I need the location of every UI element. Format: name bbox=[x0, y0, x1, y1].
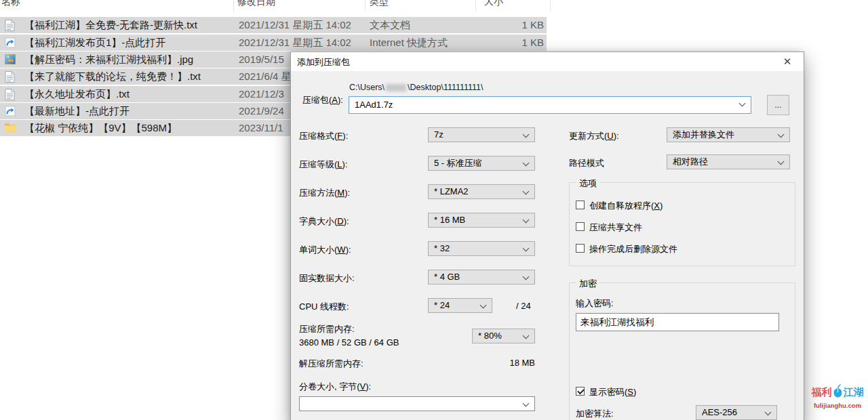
cpu-threads-label: CPU 线程数: bbox=[299, 301, 349, 313]
word-size-combobox[interactable]: * 32 bbox=[428, 241, 535, 256]
format-label: 压缩格式(F): bbox=[299, 130, 348, 142]
close-icon[interactable]: ✕ bbox=[780, 55, 795, 68]
file-type: Internet 快捷方式 bbox=[370, 37, 448, 49]
create-sfx-label[interactable]: 创建自释放程序(X) bbox=[589, 200, 663, 212]
encryption-method-combobox[interactable]: AES-256 bbox=[696, 405, 777, 420]
file-name: 【花椒 宁依纯】【9V】【598M】 bbox=[24, 122, 177, 135]
cpu-threads-max: / 24 bbox=[516, 301, 531, 311]
column-separator[interactable] bbox=[550, 0, 551, 12]
file-date: 2021/6/4 星 bbox=[239, 70, 292, 83]
file-size: 1 KB bbox=[437, 19, 544, 30]
solid-block-combobox[interactable]: * 4 GB bbox=[428, 270, 535, 285]
file-name: 【永久地址发布页】.txt bbox=[24, 88, 130, 101]
path-mode-combobox[interactable]: 相对路径 bbox=[667, 154, 790, 169]
file-name: 【福利江湖】全免费-无套路-更新快.txt bbox=[24, 19, 197, 32]
password-input[interactable]: 来福利江湖找福利 bbox=[576, 313, 779, 331]
update-mode-combobox[interactable]: 添加并替换文件 bbox=[667, 127, 790, 142]
file-date: 2023/11/1 bbox=[239, 122, 283, 133]
memory-usage-combobox[interactable]: * 80% bbox=[472, 329, 535, 343]
logo-text-blue: 江湖 bbox=[844, 386, 864, 399]
logo-url: fulijianghu.com bbox=[807, 402, 868, 409]
dictionary-combobox[interactable]: * 16 MB bbox=[428, 213, 535, 228]
delete-after-label[interactable]: 操作完成后删除源文件 bbox=[589, 243, 677, 255]
column-separator[interactable] bbox=[475, 0, 476, 12]
volume-size-combobox[interactable] bbox=[299, 396, 535, 411]
file-size: 1 KB bbox=[437, 37, 544, 48]
list-header: 名称 修改日期 类型 大小 bbox=[0, 0, 563, 12]
file-type: 文本文档 bbox=[370, 19, 410, 32]
memory-usage-label: 压缩所需内存: bbox=[299, 323, 355, 335]
create-sfx-checkbox[interactable] bbox=[576, 201, 585, 209]
format-combobox[interactable]: 7z bbox=[428, 127, 535, 142]
update-mode-label: 更新方式(U): bbox=[569, 130, 619, 142]
password-label: 输入密码: bbox=[576, 297, 614, 310]
level-label: 压缩等级(L): bbox=[299, 159, 348, 171]
archive-name-combobox[interactable]: 1AAd1.7z bbox=[349, 96, 751, 114]
decompress-memory-value: 18 MB bbox=[428, 358, 535, 368]
file-date: 2021/12/3 bbox=[239, 88, 284, 100]
internet-shortcut-icon bbox=[5, 37, 16, 49]
add-to-archive-dialog: 添加到压缩包 ✕ 压缩包(A): C:\Users\\Desktop\11111… bbox=[290, 51, 804, 420]
cpu-threads-combobox[interactable]: * 24 bbox=[428, 298, 492, 313]
text-file-icon bbox=[5, 89, 16, 100]
show-password-checkbox[interactable] bbox=[576, 387, 585, 396]
encryption-method-label: 加密算法: bbox=[576, 408, 614, 420]
text-file-icon bbox=[5, 71, 16, 83]
show-password-label[interactable]: 显示密码(S) bbox=[589, 386, 636, 398]
column-header-size[interactable]: 大小 bbox=[484, 0, 503, 8]
file-row[interactable]: 【福利江湖发布页1】-点此打开 2021/12/31 星期五 14:02 Int… bbox=[0, 35, 547, 51]
method-label: 压缩方法(M): bbox=[299, 187, 350, 199]
column-header-name[interactable]: 名称 bbox=[1, 0, 20, 8]
delete-after-checkbox[interactable] bbox=[576, 244, 585, 253]
compress-shared-label[interactable]: 压缩共享文件 bbox=[589, 222, 642, 234]
encryption-group-title: 加密 bbox=[576, 278, 599, 290]
redacted-username bbox=[386, 84, 406, 91]
file-date: 2021/12/31 星期五 14:02 bbox=[239, 37, 351, 49]
options-group-title: 选项 bbox=[576, 177, 599, 190]
internet-shortcut-icon bbox=[5, 106, 16, 117]
watermark-logo: 福利 江湖 fulijianghu.com bbox=[807, 379, 868, 420]
image-file-icon bbox=[5, 54, 16, 66]
solid-block-label: 固实数据大小: bbox=[299, 272, 355, 285]
mouse-icon bbox=[833, 383, 843, 402]
column-separator[interactable] bbox=[365, 0, 366, 12]
archive-label: 压缩包(A): bbox=[302, 94, 343, 106]
text-file-icon bbox=[5, 20, 16, 31]
file-name: 【来了就能下载的论坛，纯免费！】.txt bbox=[24, 70, 201, 83]
file-name: 【最新地址】-点此打开 bbox=[24, 105, 130, 118]
dictionary-label: 字典大小(D): bbox=[299, 215, 349, 228]
file-date: 2021/9/24 bbox=[239, 105, 284, 117]
file-name: 【解压密码：来福利江湖找福利】.jpg bbox=[24, 54, 193, 66]
file-row[interactable]: 【福利江湖】全免费-无套路-更新快.txt 2021/12/31 星期五 14:… bbox=[0, 17, 547, 33]
folder-icon bbox=[5, 123, 16, 134]
file-date: 2019/5/15 bbox=[239, 54, 284, 65]
column-header-date[interactable]: 修改日期 bbox=[237, 0, 275, 8]
dialog-title: 添加到压缩包 bbox=[297, 56, 350, 68]
file-name: 【福利江湖发布页1】-点此打开 bbox=[24, 37, 165, 49]
logo-text-red: 福利 bbox=[812, 386, 832, 399]
file-date: 2021/12/31 星期五 14:02 bbox=[239, 19, 351, 32]
column-separator[interactable] bbox=[233, 0, 234, 12]
dialog-titlebar[interactable]: 添加到压缩包 ✕ bbox=[291, 52, 804, 71]
memory-usage-detail: 3680 MB / 52 GB / 64 GB bbox=[299, 337, 399, 348]
compress-shared-checkbox[interactable] bbox=[576, 222, 585, 231]
decompress-memory-label: 解压缩所需内存: bbox=[299, 358, 363, 370]
level-combobox[interactable]: 5 - 标准压缩 bbox=[428, 156, 535, 171]
volume-size-label: 分卷大小, 字节(V): bbox=[299, 381, 371, 393]
method-combobox[interactable]: * LZMA2 bbox=[428, 184, 535, 199]
word-size-label: 单词大小(W): bbox=[299, 244, 351, 256]
column-header-type[interactable]: 类型 bbox=[370, 0, 389, 8]
archive-path: C:\Users\\Desktop\111111111\ bbox=[349, 83, 484, 92]
browse-button[interactable]: ... bbox=[767, 95, 789, 115]
path-mode-label: 路径模式 bbox=[569, 157, 604, 169]
